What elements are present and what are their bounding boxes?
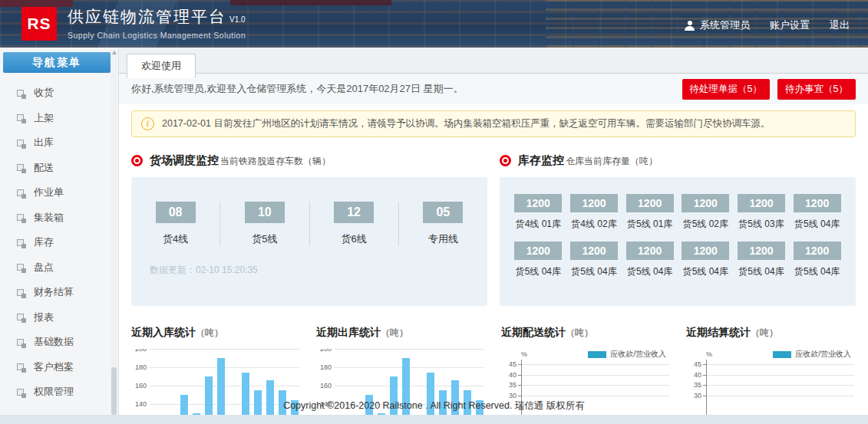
axis-tick xyxy=(703,385,706,386)
sidebar-item-label: 上架 xyxy=(34,111,54,125)
axis-tick xyxy=(518,385,521,386)
gridline xyxy=(522,385,669,386)
inventory-label: 货5线 04库 xyxy=(789,265,845,278)
tab-strip: 欢迎使用 xyxy=(119,48,868,74)
copyright-text: Copyright ©2016-2020 Railstone . All Rig… xyxy=(0,399,868,415)
sidebar-item-label: 盘点 xyxy=(34,261,54,274)
tab-welcome[interactable]: 欢迎使用 xyxy=(127,54,196,78)
menu-item-icon xyxy=(17,189,24,196)
track-label: 货5线 xyxy=(220,232,309,246)
sidebar-item-delivery[interactable]: 配送 xyxy=(0,156,118,181)
axis-tick xyxy=(518,375,521,376)
greeting-text: 你好,系统管理员,欢迎登入仓储管理系统，今天是2017年02月27日 星期一。 xyxy=(131,82,464,96)
y-axis-unit-label: % xyxy=(706,350,712,358)
legend-label: 应收款/营业收入 xyxy=(610,349,666,360)
menu-item-icon xyxy=(17,214,24,221)
sidebar-menu: 收货 上架 出库 配送 作业单 集装箱 库存 盘点 财务结算 报表 基础数据 客… xyxy=(0,76,118,405)
account-settings-link[interactable]: 账户设置 xyxy=(770,18,810,32)
inventory-cell: 1200货5线 04库 xyxy=(734,242,790,278)
sidebar-item-customers[interactable]: 客户档案 xyxy=(0,355,118,380)
sidebar-item-label: 基础数据 xyxy=(34,335,74,349)
sidebar-nav: 导航菜单 收货 上架 出库 配送 作业单 集装箱 库存 盘点 财务结算 报表 基… xyxy=(0,48,119,424)
gridline xyxy=(707,375,854,376)
gridline xyxy=(522,364,669,365)
y-axis-tick-label: 35 xyxy=(501,381,517,389)
sidebar-item-inventory[interactable]: 库存 xyxy=(0,230,118,255)
sidebar-item-label: 客户档案 xyxy=(34,360,74,374)
axis-tick xyxy=(703,364,706,365)
app-header: RS 供应链物流管理平台V1.0 Supply Chain Logistics … xyxy=(0,0,868,48)
track-stat: 12 货6线 xyxy=(309,202,398,246)
data-updated-timestamp: 数据更新：02-10 15:20:35 xyxy=(150,264,258,277)
track-count: 12 xyxy=(334,202,374,223)
chart-unit: （吨） xyxy=(196,327,223,338)
y-axis-tick-label: 160 xyxy=(131,382,147,389)
inventory-label: 货5线 02库 xyxy=(678,218,734,231)
inventory-value: 1200 xyxy=(682,242,729,260)
sidebar-item-label: 配送 xyxy=(34,161,54,175)
chart-unit: （吨） xyxy=(751,327,778,338)
sidebar-item-stocktake[interactable]: 盘点 xyxy=(0,255,118,281)
inventory-label: 货5线 04库 xyxy=(510,265,566,278)
greeting-row: 你好,系统管理员,欢迎登入仓储管理系统，今天是2017年02月27日 星期一。 … xyxy=(119,74,868,104)
bullseye-icon xyxy=(131,155,143,166)
menu-item-icon xyxy=(17,389,24,396)
inventory-panel-title: 库存监控 xyxy=(518,153,564,168)
main-content: 欢迎使用 你好,系统管理员,欢迎登入仓储管理系统，今天是2017年02月27日 … xyxy=(119,48,868,424)
scrollbar-up-arrow-icon[interactable] xyxy=(112,51,117,54)
y-axis-tick-label: 40 xyxy=(686,371,701,379)
inventory-value: 1200 xyxy=(626,194,674,212)
logout-link[interactable]: 退出 xyxy=(830,18,850,32)
track-label: 货4线 xyxy=(131,232,219,246)
sidebar-item-base-data[interactable]: 基础数据 xyxy=(0,330,118,355)
track-count: 05 xyxy=(423,202,463,223)
yard-panel-title: 货场调度监控 xyxy=(150,153,219,168)
axis-tick xyxy=(518,364,521,365)
sidebar-item-reports[interactable]: 报表 xyxy=(0,305,118,330)
inventory-label: 货5线 03库 xyxy=(734,218,790,231)
sidebar-item-finance[interactable]: 财务结算 xyxy=(0,280,118,305)
chart-title: 近期配送统计 xyxy=(501,326,566,338)
sidebar-scrollbar[interactable] xyxy=(111,49,117,421)
notice-text: 2017-02-01 目前发往广州地区的计划请车情况，请领导予以协调。场内集装箱… xyxy=(162,117,770,130)
menu-item-icon xyxy=(17,289,24,296)
app-subtitle: Supply Chain Logistics Management Soluti… xyxy=(68,31,246,40)
inventory-label: 货5线 01库 xyxy=(622,218,678,231)
menu-item-icon xyxy=(17,264,24,271)
menu-item-icon xyxy=(17,140,24,146)
y-axis-tick-label: 200 xyxy=(131,349,147,353)
sidebar-item-work-order[interactable]: 作业单 xyxy=(0,180,118,205)
current-user-menu[interactable]: 系统管理员 xyxy=(685,18,750,32)
sidebar-item-label: 库存 xyxy=(34,235,54,249)
inventory-value: 1200 xyxy=(626,242,674,260)
gridline xyxy=(707,385,854,386)
y-axis-tick-label: 180 xyxy=(316,363,332,371)
menu-item-icon xyxy=(17,114,24,121)
footer-strip xyxy=(0,415,868,424)
sidebar-item-label: 收货 xyxy=(34,86,54,100)
sidebar-item-container[interactable]: 集装箱 xyxy=(0,205,118,231)
legend-swatch-icon xyxy=(588,351,606,358)
inventory-label: 货5线 04库 xyxy=(789,218,845,231)
inventory-value: 1200 xyxy=(682,194,729,212)
gridline xyxy=(522,375,669,376)
inventory-cell: 1200货5线 02库 xyxy=(678,194,734,231)
inventory-cell: 1200货4线 02库 xyxy=(566,194,622,231)
y-axis-tick-label: 45 xyxy=(686,360,701,368)
notice-banner: i 2017-02-01 目前发往广州地区的计划请车情况，请领导予以协调。场内集… xyxy=(131,110,856,137)
sidebar-item-label: 集装箱 xyxy=(34,211,64,225)
gridline xyxy=(522,396,669,396)
app-version: V1.0 xyxy=(229,15,246,24)
sidebar-item-outbound[interactable]: 出库 xyxy=(0,130,118,156)
pending-documents-badge[interactable]: 待处理单据（5） xyxy=(682,79,770,100)
todo-items-badge[interactable]: 待办事宜（5） xyxy=(777,79,856,100)
chart-title: 近期出库统计 xyxy=(316,326,381,338)
y-axis-tick-label: 200 xyxy=(316,349,332,353)
sidebar-item-receiving[interactable]: 收货 xyxy=(0,81,118,106)
inventory-value: 1200 xyxy=(794,194,841,212)
inventory-panel-subtitle: 仓库当前库存量（吨） xyxy=(566,153,658,168)
sidebar-item-shelving[interactable]: 上架 xyxy=(0,106,118,131)
inventory-cell: 1200货5线 04库 xyxy=(789,194,845,231)
track-stat: 08 货4线 xyxy=(131,202,219,246)
menu-item-icon xyxy=(17,314,24,320)
